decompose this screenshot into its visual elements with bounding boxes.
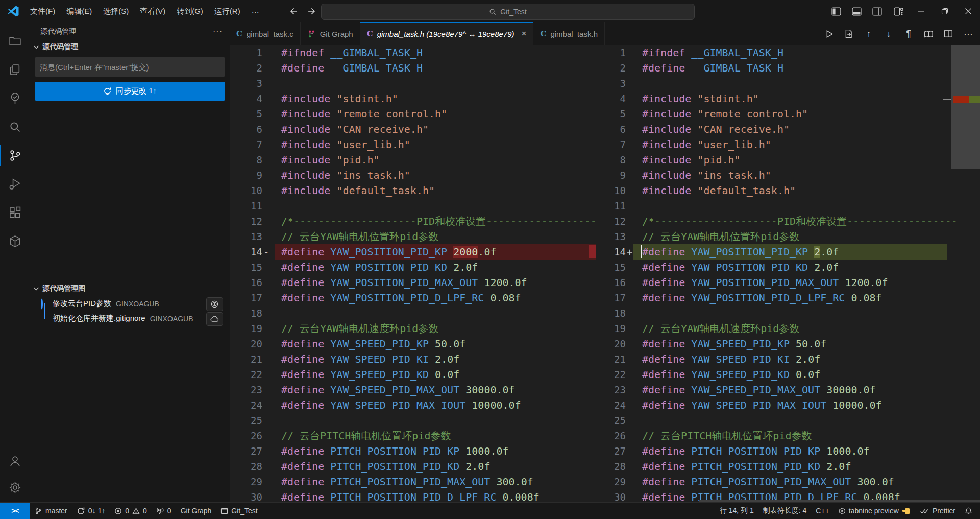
- code-line[interactable]: 11: [597, 198, 980, 214]
- layout-panel-button[interactable]: [846, 0, 867, 22]
- status-problems[interactable]: 00: [110, 503, 152, 519]
- code-line[interactable]: 25: [230, 413, 596, 428]
- code-line[interactable]: 15#define YAW_POSITION_PID_KD 2.0f: [230, 260, 596, 275]
- code-line[interactable]: 7#include "user_lib.h": [230, 137, 596, 152]
- code-line[interactable]: 9#include "ins_task.h": [230, 168, 596, 183]
- code-line[interactable]: 5#include "remote_control.h": [230, 106, 596, 122]
- close-window-button[interactable]: [957, 0, 980, 22]
- back-arrow-icon[interactable]: [288, 6, 299, 16]
- layout-sidebar-left-button[interactable]: [826, 0, 846, 22]
- activity-item-run-and-debug[interactable]: [0, 170, 30, 198]
- code-line[interactable]: 22#define YAW_SPEED_PID_KD 0.0f: [230, 367, 596, 382]
- code-line[interactable]: 29#define PITCH_POSITION_PID_MAX_OUT 300…: [597, 474, 980, 489]
- activity-item-account[interactable]: [0, 447, 30, 474]
- code-line[interactable]: 19// 云台YAW轴电机速度环pid参数: [597, 321, 980, 336]
- run-button[interactable]: [821, 26, 837, 41]
- code-line[interactable]: 28#define PITCH_POSITION_PID_KD 2.0f: [230, 459, 596, 474]
- status-workspace[interactable]: Git_Test: [216, 503, 262, 519]
- code-line[interactable]: 10#include "default_task.h": [230, 183, 596, 198]
- menu-item-2[interactable]: 选择(S): [97, 4, 134, 19]
- code-line[interactable]: 6#include "CAN_receive.h": [230, 122, 596, 137]
- code-line[interactable]: 27#define PITCH_POSITION_PID_KP 1000.0f: [597, 443, 980, 459]
- layout-customize-button[interactable]: [887, 0, 910, 22]
- code-line[interactable]: 16#define YAW_POSITION_PID_MAX_OUT 1200.…: [230, 275, 596, 290]
- code-line[interactable]: 21#define YAW_SPEED_PID_KI 2.0f: [597, 351, 980, 367]
- code-line[interactable]: 7#include "user_lib.h": [597, 137, 980, 152]
- status-git-graph[interactable]: Git Graph: [176, 503, 216, 519]
- restore-button[interactable]: [933, 0, 957, 22]
- menu-item-1[interactable]: 编辑(E): [61, 4, 97, 19]
- code-line[interactable]: 30#define PITCH_POSITION_PID_D_LPF_RC 0.…: [230, 489, 596, 503]
- code-line[interactable]: 13// 云台YAW轴电机位置环pid参数: [230, 229, 596, 244]
- activity-item-extensions[interactable]: [0, 198, 30, 227]
- code-line[interactable]: 26// 云台PITCH轴电机位置环pid参数: [597, 428, 980, 443]
- commit-row[interactable]: 修改云台PID参数GINXOAGUB: [30, 296, 230, 311]
- code-line[interactable]: 29#define PITCH_POSITION_PID_MAX_OUT 300…: [230, 474, 596, 489]
- code-line[interactable]: 18: [230, 305, 596, 321]
- code-line[interactable]: 17#define YAW_POSITION_PID_D_LPF_RC 0.08…: [597, 290, 980, 305]
- code-line[interactable]: 1#ifndef __GIMBAL_TASK_H: [597, 45, 980, 60]
- status-notifications[interactable]: [960, 503, 977, 519]
- activity-item-project-tree[interactable]: [0, 84, 30, 112]
- tab-Git[interactable]: Git Graph: [301, 22, 360, 45]
- code-line[interactable]: 19// 云台YAW轴电机速度环pid参数: [230, 321, 596, 336]
- status-prettier[interactable]: Prettier: [915, 503, 960, 519]
- graph-section-header[interactable]: 源代码管理图: [30, 282, 230, 295]
- code-line[interactable]: 1#ifndef __GIMBAL_TASK_H: [230, 45, 596, 60]
- remote-indicator[interactable]: ><: [0, 503, 30, 519]
- render-whitespace-button[interactable]: ¶: [901, 26, 916, 41]
- sync-changes-button[interactable]: 同步更改 1↑: [35, 82, 225, 101]
- status-indentation[interactable]: 制表符长度: 4: [758, 503, 812, 519]
- tab-gimbal_task.h[interactable]: Cgimbal_task.h (19ce8e79^ ↔ 19ce8e79)×: [360, 22, 534, 45]
- commit-action-button[interactable]: [206, 297, 223, 311]
- code-line[interactable]: 20#define YAW_SPEED_PID_KP 50.0f: [230, 336, 596, 351]
- code-line[interactable]: 12/*--------------------PID和校准设置--------…: [597, 214, 980, 229]
- code-line[interactable]: 13// 云台YAW轴电机位置环pid参数: [597, 229, 980, 244]
- layout-sidebar-right-button[interactable]: [867, 0, 887, 22]
- code-line[interactable]: 28#define PITCH_POSITION_PID_KD 2.0f: [597, 459, 980, 474]
- menu-item-5[interactable]: 运行(R): [209, 4, 246, 19]
- status-branch[interactable]: master: [30, 503, 72, 519]
- code-line[interactable]: 10#include "default_task.h": [597, 183, 980, 198]
- status-tabnine[interactable]: tabnine preview: [834, 503, 915, 519]
- menu-item-3[interactable]: 查看(V): [134, 4, 171, 19]
- code-line[interactable]: 3: [597, 76, 980, 91]
- code-line[interactable]: 11: [230, 198, 596, 214]
- close-icon[interactable]: ×: [522, 29, 527, 39]
- code-line[interactable]: 2#define __GIMBAL_TASK_H: [597, 60, 980, 76]
- code-line[interactable]: 21#define YAW_SPEED_PID_KI 2.0f: [230, 351, 596, 367]
- vertical-scrollbar-thumb[interactable]: [951, 45, 980, 169]
- commit-message-input[interactable]: [35, 63, 225, 72]
- code-line[interactable]: 22#define YAW_SPEED_PID_KD 0.0f: [597, 367, 980, 382]
- next-change-button[interactable]: ↓: [881, 26, 896, 41]
- previous-change-button[interactable]: ↑: [861, 26, 876, 41]
- source-control-section-header[interactable]: 源代码管理: [30, 41, 230, 53]
- activity-item-settings[interactable]: [0, 474, 30, 501]
- code-line[interactable]: 4#include "stdint.h": [230, 91, 596, 106]
- code-line[interactable]: 6#include "CAN_receive.h": [597, 122, 980, 137]
- code-line[interactable]: 25: [597, 413, 980, 428]
- more-actions-icon[interactable]: ···: [213, 27, 223, 36]
- code-line[interactable]: 16#define YAW_POSITION_PID_MAX_OUT 1200.…: [597, 275, 980, 290]
- menu-more-icon[interactable]: ···: [246, 5, 265, 18]
- forward-arrow-icon[interactable]: [307, 6, 317, 16]
- activity-item-package[interactable]: [0, 227, 30, 255]
- more-actions-button[interactable]: ···: [961, 26, 976, 41]
- code-line[interactable]: 8#include "pid.h": [230, 152, 596, 168]
- code-line[interactable]: 4#include "stdint.h": [597, 91, 980, 106]
- code-line[interactable]: 17#define YAW_POSITION_PID_D_LPF_RC 0.08…: [230, 290, 596, 305]
- commit-row[interactable]: 初始化仓库并新建.gitignoreGINXOAGUB: [30, 311, 230, 326]
- activity-item-source-control[interactable]: [0, 141, 30, 170]
- status-language-mode[interactable]: C++: [811, 503, 834, 519]
- commit-action-button[interactable]: [206, 312, 223, 326]
- code-line[interactable]: 15#define YAW_POSITION_PID_KD 2.0f: [597, 260, 980, 275]
- menu-item-4[interactable]: 转到(G): [171, 4, 209, 19]
- code-line[interactable]: 20#define YAW_SPEED_PID_KP 50.0f: [597, 336, 980, 351]
- activity-item-explorer[interactable]: [0, 27, 30, 55]
- code-line[interactable]: 8#include "pid.h": [597, 152, 980, 168]
- code-line[interactable]: 5#include "remote_control.h": [597, 106, 980, 122]
- code-line[interactable]: 27#define PITCH_POSITION_PID_KP 1000.0f: [230, 443, 596, 459]
- code-line[interactable]: 12/*--------------------PID和校准设置--------…: [230, 214, 596, 229]
- code-line[interactable]: 26// 云台PITCH轴电机位置环pid参数: [230, 428, 596, 443]
- status-sync[interactable]: 0↓ 1↑: [72, 503, 110, 519]
